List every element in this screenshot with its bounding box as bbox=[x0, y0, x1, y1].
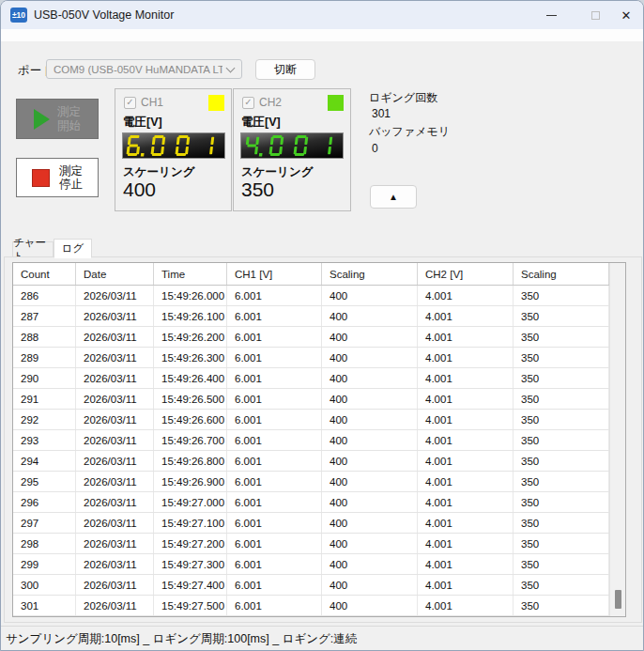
stop-icon bbox=[32, 169, 50, 187]
channel2-checkbox: ✓ bbox=[242, 97, 254, 109]
table-column-header[interactable]: Scaling bbox=[322, 263, 418, 285]
table-cell: 15:49:26.400 bbox=[154, 368, 227, 388]
table-column-header[interactable]: CH2 [V] bbox=[418, 263, 514, 285]
table-cell: 296 bbox=[13, 492, 76, 512]
table-row[interactable]: 2972026/03/1115:49:27.1006.0014004.00135… bbox=[13, 513, 609, 534]
table-cell: 6.001 bbox=[227, 451, 322, 471]
table-column-header[interactable]: Scaling bbox=[514, 263, 609, 285]
table-cell: 2026/03/11 bbox=[76, 430, 154, 450]
table-cell: 4.001 bbox=[418, 306, 514, 326]
table-cell: 6.001 bbox=[227, 306, 322, 326]
table-cell: 4.001 bbox=[418, 596, 514, 615]
buffer-memory-value: 0 bbox=[372, 142, 378, 155]
table-cell: 6.001 bbox=[227, 492, 322, 512]
window-title: USB-050V Voltage Monitor bbox=[34, 1, 174, 29]
table-column-header[interactable]: Count bbox=[13, 263, 76, 285]
table-row[interactable]: 2982026/03/1115:49:27.2006.0014004.00135… bbox=[13, 534, 609, 554]
table-cell: 2026/03/11 bbox=[76, 327, 154, 347]
channel2-voltage-label: 電圧[V] bbox=[241, 115, 281, 131]
table-cell: 15:49:26.900 bbox=[154, 472, 227, 491]
table-cell: 350 bbox=[514, 596, 609, 615]
tab-log[interactable]: ログ bbox=[54, 239, 92, 258]
chevron-down-icon bbox=[226, 64, 236, 73]
channel1-voltage-label: 電圧[V] bbox=[123, 115, 162, 131]
table-cell: 4.001 bbox=[418, 368, 514, 388]
table-row[interactable]: 2942026/03/1115:49:26.8006.0014004.00135… bbox=[13, 451, 609, 472]
table-row[interactable]: 3012026/03/1115:49:27.5006.0014004.00135… bbox=[13, 596, 609, 616]
table-cell: 2026/03/11 bbox=[76, 513, 154, 533]
table-row[interactable]: 3002026/03/1115:49:27.4006.0014004.00135… bbox=[13, 575, 609, 596]
disconnect-button-label: 切断 bbox=[274, 62, 297, 78]
table-row[interactable]: 2962026/03/1115:49:27.0006.0014004.00135… bbox=[13, 492, 609, 513]
table-cell: 6.001 bbox=[227, 348, 322, 367]
tab-chart[interactable]: チャート bbox=[12, 241, 54, 257]
measure-start-label: 測定開始 bbox=[57, 105, 81, 132]
table-cell: 6.001 bbox=[227, 472, 322, 491]
channel2-sevenseg-display bbox=[240, 132, 344, 159]
table-cell: 15:49:27.500 bbox=[154, 596, 227, 615]
table-row[interactable]: 2922026/03/1115:49:26.6006.0014004.00135… bbox=[13, 410, 609, 430]
table-cell: 6.001 bbox=[227, 368, 322, 388]
measure-stop-button[interactable]: 測定停止 bbox=[16, 158, 99, 197]
disconnect-button[interactable]: 切断 bbox=[255, 59, 315, 80]
table-row[interactable]: 2932026/03/1115:49:26.7006.0014004.00135… bbox=[13, 430, 609, 451]
status-bar: サンプリング周期:10[ms] _ ロギング周期:100[ms] _ ロギング:… bbox=[1, 626, 643, 651]
table-cell: 400 bbox=[322, 575, 418, 595]
log-table: CountDateTimeCH1 [V]ScalingCH2 [V]Scalin… bbox=[12, 262, 626, 617]
port-select: COM9 (USB-050V HuMANDATA LTD.) bbox=[46, 59, 242, 79]
table-cell: 4.001 bbox=[418, 513, 514, 533]
table-cell: 291 bbox=[13, 389, 76, 409]
channel2-panel: ✓ CH2 電圧[V] スケーリング 350 bbox=[233, 88, 351, 211]
table-cell: 350 bbox=[514, 410, 609, 429]
table-column-header[interactable]: Date bbox=[76, 263, 154, 285]
table-row[interactable]: 2862026/03/1115:49:26.0006.0014004.00135… bbox=[13, 286, 609, 306]
maximize-button bbox=[579, 1, 611, 29]
table-cell: 6.001 bbox=[227, 534, 322, 553]
table-cell: 350 bbox=[514, 472, 609, 491]
table-cell: 400 bbox=[322, 534, 418, 553]
table-cell: 294 bbox=[13, 451, 76, 471]
table-cell: 4.001 bbox=[418, 472, 514, 491]
table-cell: 4.001 bbox=[418, 327, 514, 347]
table-cell: 15:49:26.600 bbox=[154, 410, 227, 429]
table-cell: 6.001 bbox=[227, 389, 322, 409]
table-cell: 400 bbox=[322, 596, 418, 615]
table-row[interactable]: 2872026/03/1115:49:26.1006.0014004.00135… bbox=[13, 306, 609, 327]
table-cell: 292 bbox=[13, 410, 76, 429]
table-cell: 6.001 bbox=[227, 575, 322, 595]
table-cell: 2026/03/11 bbox=[76, 575, 154, 595]
vertical-scrollbar[interactable] bbox=[609, 263, 625, 616]
table-cell: 400 bbox=[322, 327, 418, 347]
table-cell: 350 bbox=[514, 534, 609, 553]
buffer-memory-label: バッファメモリ bbox=[369, 124, 450, 140]
table-cell: 400 bbox=[322, 410, 418, 429]
table-row[interactable]: 2912026/03/1115:49:26.5006.0014004.00135… bbox=[13, 389, 609, 410]
table-row[interactable]: 2992026/03/1115:49:27.3006.0014004.00135… bbox=[13, 554, 609, 575]
table-cell: 2026/03/11 bbox=[76, 389, 154, 409]
table-cell: 350 bbox=[514, 306, 609, 326]
table-row[interactable]: 2882026/03/1115:49:26.2006.0014004.00135… bbox=[13, 327, 609, 348]
close-button[interactable]: ✕ bbox=[610, 1, 642, 29]
table-cell: 400 bbox=[322, 554, 418, 574]
minimize-button[interactable] bbox=[535, 1, 567, 29]
table-cell: 2026/03/11 bbox=[76, 472, 154, 491]
table-cell: 15:49:27.300 bbox=[154, 554, 227, 574]
table-cell: 15:49:26.200 bbox=[154, 327, 227, 347]
scrollbar-thumb[interactable] bbox=[615, 590, 621, 609]
table-column-header[interactable]: CH1 [V] bbox=[227, 263, 322, 285]
table-cell: 287 bbox=[13, 306, 76, 326]
channel1-sevenseg-display bbox=[122, 132, 225, 159]
table-cell: 2026/03/11 bbox=[76, 348, 154, 367]
table-row[interactable]: 2892026/03/1115:49:26.3006.0014004.00135… bbox=[13, 348, 609, 368]
channel1-color-swatch bbox=[208, 95, 224, 111]
menu-strip bbox=[1, 29, 643, 41]
port-select-value: COM9 (USB-050V HuMANDATA LTD.) bbox=[54, 64, 222, 75]
table-column-header[interactable]: Time bbox=[154, 263, 227, 285]
collapse-panel-button[interactable]: ▲ bbox=[370, 185, 417, 209]
table-cell: 299 bbox=[13, 554, 76, 574]
table-row[interactable]: 2902026/03/1115:49:26.4006.0014004.00135… bbox=[13, 368, 609, 389]
maximize-icon bbox=[591, 11, 600, 20]
table-cell: 400 bbox=[322, 286, 418, 305]
table-row[interactable]: 2952026/03/1115:49:26.9006.0014004.00135… bbox=[13, 472, 609, 492]
table-cell: 2026/03/11 bbox=[76, 410, 154, 429]
